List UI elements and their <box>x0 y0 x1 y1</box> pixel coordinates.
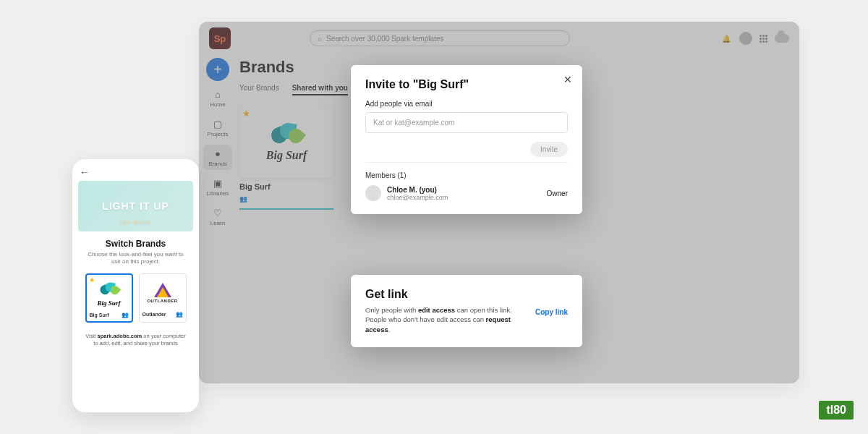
rail-home[interactable]: ⌂ Home <box>203 85 232 111</box>
rail-libraries[interactable]: ▣ Libraries <box>203 174 232 200</box>
brand-tiles: ★ Big Surf Big Surf👥 OUTLANDER Outlander… <box>78 273 193 323</box>
learn-icon: ♡ <box>212 207 224 218</box>
getlink-title: Get link <box>365 288 568 301</box>
email-field[interactable]: Kat or kat@example.com <box>365 112 568 133</box>
corner-badge: tl80 <box>819 401 854 420</box>
bigsurf-logo: Big Surf <box>266 122 307 162</box>
avatar[interactable] <box>739 32 752 45</box>
tile-bigsurf[interactable]: ★ Big Surf Big Surf👥 <box>85 273 133 323</box>
tab-shared[interactable]: Shared with you <box>292 84 348 95</box>
search-input[interactable]: ⌕ Search over 30,000 Spark templates <box>310 30 570 46</box>
cloud-icon[interactable] <box>775 34 789 43</box>
outlander-logo <box>154 283 171 297</box>
search-icon: ⌕ <box>318 35 322 43</box>
star-icon: ★ <box>242 109 250 119</box>
apps-grid-icon[interactable] <box>760 35 767 43</box>
invite-title: Invite to "Big Surf" <box>365 78 568 91</box>
brands-icon: ● <box>212 148 224 159</box>
member-row: Chloe M. (you) chloe@example.com Owner <box>365 185 568 201</box>
create-fab[interactable]: + <box>206 58 229 81</box>
rail-brands[interactable]: ● Brands <box>203 145 232 170</box>
shared-icon: 👥 <box>239 195 247 203</box>
tile-outlander[interactable]: OUTLANDER Outlander👥 <box>139 273 187 323</box>
shared-icon: 👥 <box>122 312 129 318</box>
left-rail: + ⌂ Home ▢ Projects ● Brands ▣ Libraries… <box>203 58 232 229</box>
member-name: Chloe M. (you) <box>387 186 541 194</box>
shared-icon: 👥 <box>176 311 183 318</box>
spark-logo[interactable]: Sp <box>209 27 231 49</box>
phone-footer: Visit spark.adobe.com on your computer t… <box>78 333 193 348</box>
members-header: Members (1) <box>365 162 568 179</box>
brand-card-bigsurf[interactable]: ★ Big Surf Big Surf 👥 <box>239 106 333 210</box>
project-hero: LIGHT IT UP the bells <box>78 181 193 231</box>
add-people-label: Add people via email <box>365 100 568 108</box>
getlink-modal: Get link Only people with edit access ca… <box>351 275 582 347</box>
home-icon: ⌂ <box>212 88 224 100</box>
phone-mockup: ← LIGHT IT UP the bells Switch Brands Ch… <box>72 159 199 412</box>
invite-button[interactable]: Invite <box>530 142 568 157</box>
bell-icon[interactable]: 🔔 <box>720 33 732 44</box>
brand-thumb: ★ Big Surf <box>239 106 333 178</box>
rail-learn[interactable]: ♡ Learn <box>203 204 232 229</box>
star-icon: ★ <box>89 276 95 284</box>
close-icon[interactable]: ✕ <box>563 74 572 85</box>
phone-subtitle: Choose the look-and-feel you want to use… <box>78 251 193 266</box>
tab-your-brands[interactable]: Your Brands <box>239 84 279 95</box>
search-placeholder: Search over 30,000 Spark templates <box>326 35 443 43</box>
phone-title: Switch Brands <box>78 239 193 249</box>
top-right-icons: 🔔 <box>720 32 789 45</box>
invite-modal: ✕ Invite to "Big Surf" Add people via em… <box>351 65 582 214</box>
libraries-icon: ▣ <box>212 177 224 189</box>
copy-link-button[interactable]: Copy link <box>535 308 568 316</box>
member-avatar <box>365 185 381 201</box>
getlink-description: Only people with edit access can open th… <box>365 305 527 334</box>
brand-name: Big Surf <box>239 182 333 191</box>
back-icon[interactable]: ← <box>78 166 193 178</box>
top-bar: Sp ⌕ Search over 30,000 Spark templates … <box>199 27 799 49</box>
member-role: Owner <box>547 190 568 197</box>
desktop-window: Sp ⌕ Search over 30,000 Spark templates … <box>199 22 799 383</box>
rail-projects[interactable]: ▢ Projects <box>203 115 232 140</box>
member-email: chloe@example.com <box>387 194 541 201</box>
projects-icon: ▢ <box>212 118 224 129</box>
